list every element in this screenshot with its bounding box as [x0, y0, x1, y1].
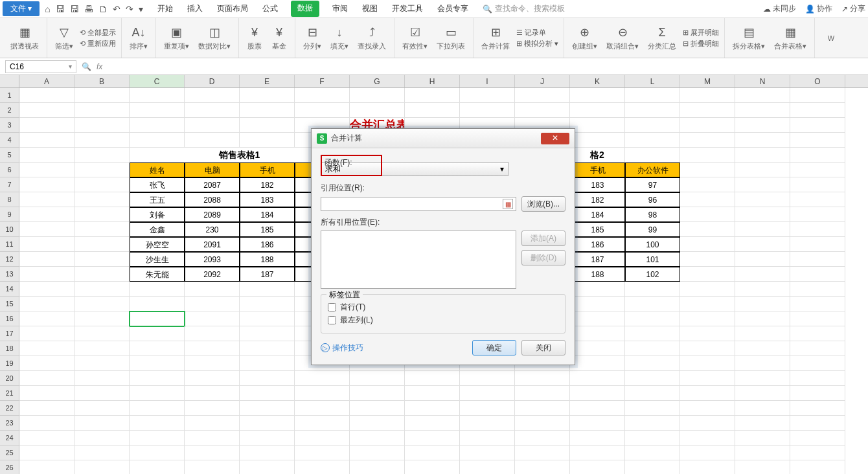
cell[interactable]	[790, 401, 845, 416]
cell[interactable]: 王五	[130, 192, 185, 207]
cell[interactable]	[130, 356, 185, 371]
cell[interactable]	[74, 297, 130, 311]
cell[interactable]	[735, 297, 790, 311]
cell[interactable]: 101	[625, 252, 680, 267]
row-header[interactable]: 2	[0, 103, 19, 118]
cell[interactable]: 230	[185, 222, 240, 237]
cell[interactable]	[570, 446, 625, 460]
cell[interactable]	[625, 446, 680, 460]
cell[interactable]	[130, 416, 185, 431]
row-header[interactable]: 20	[0, 371, 19, 386]
cell[interactable]	[735, 326, 790, 341]
cell[interactable]	[74, 267, 130, 282]
cell[interactable]	[185, 446, 240, 460]
cell[interactable]	[625, 371, 680, 386]
row-header[interactable]: 19	[0, 356, 19, 371]
cell[interactable]	[240, 103, 295, 118]
cell[interactable]	[19, 371, 74, 386]
cell[interactable]	[625, 431, 680, 446]
cell[interactable]	[350, 371, 405, 386]
cell[interactable]: 184	[570, 207, 625, 222]
col-header-F[interactable]: F	[295, 75, 350, 87]
row-header[interactable]: 23	[0, 416, 19, 431]
cell[interactable]	[295, 401, 350, 416]
cell[interactable]	[185, 386, 240, 401]
cell[interactable]	[19, 177, 74, 192]
cell[interactable]	[460, 460, 515, 474]
cell[interactable]	[625, 148, 680, 163]
cell[interactable]	[680, 282, 735, 297]
row-header[interactable]: 18	[0, 341, 19, 356]
show-detail-button[interactable]: ⊞ 展开明细	[683, 28, 719, 38]
cell[interactable]	[790, 326, 845, 341]
cell[interactable]	[570, 371, 625, 386]
cell[interactable]	[350, 386, 405, 401]
cell[interactable]	[735, 252, 790, 267]
cell[interactable]	[74, 446, 130, 460]
fund-button[interactable]: ¥基金	[269, 23, 290, 52]
cell[interactable]: 2091	[185, 237, 240, 252]
cell[interactable]	[790, 460, 845, 474]
data-compare-button[interactable]: ◫数据对比▾	[196, 23, 233, 52]
cell[interactable]	[19, 446, 74, 460]
left-col-checkbox[interactable]: 最左列(L)	[328, 315, 558, 326]
cell[interactable]	[185, 103, 240, 118]
cell[interactable]	[19, 401, 74, 416]
cell[interactable]	[570, 431, 625, 446]
dropdown-button[interactable]: ▭下拉列表	[434, 23, 468, 52]
col-header-J[interactable]: J	[515, 75, 570, 87]
cell[interactable]	[405, 416, 460, 431]
cell[interactable]: 2093	[185, 252, 240, 267]
cell[interactable]	[240, 88, 295, 103]
cell[interactable]	[680, 341, 735, 356]
cell[interactable]	[680, 163, 735, 177]
duplicates-button[interactable]: ▣重复项▾	[161, 23, 192, 52]
dialog-titlebar[interactable]: S 合并计算 ✕	[312, 129, 575, 148]
cell[interactable]	[625, 460, 680, 474]
cell[interactable]	[790, 133, 845, 148]
cell[interactable]	[74, 192, 130, 207]
cell[interactable]	[240, 311, 295, 326]
cell[interactable]	[570, 341, 625, 356]
cell[interactable]	[185, 282, 240, 297]
cell[interactable]	[625, 311, 680, 326]
cell[interactable]: 187	[570, 252, 625, 267]
cell[interactable]	[625, 103, 680, 118]
cell[interactable]: 184	[240, 207, 295, 222]
cell[interactable]	[185, 401, 240, 416]
cell[interactable]	[680, 222, 735, 237]
cell[interactable]	[19, 311, 74, 326]
cell[interactable]	[19, 192, 74, 207]
select-all-corner[interactable]	[0, 75, 19, 87]
cell[interactable]	[74, 148, 130, 163]
row-header[interactable]: 15	[0, 297, 19, 311]
cell[interactable]	[570, 386, 625, 401]
cell[interactable]	[680, 311, 735, 326]
cell[interactable]	[735, 207, 790, 222]
find-input-button[interactable]: ⤴查找录入	[355, 23, 389, 52]
cell[interactable]	[19, 103, 74, 118]
cell[interactable]	[735, 163, 790, 177]
cell[interactable]	[735, 148, 790, 163]
cell[interactable]	[790, 282, 845, 297]
cell[interactable]	[240, 297, 295, 311]
cell[interactable]	[130, 118, 185, 133]
cell[interactable]	[460, 416, 515, 431]
cell[interactable]	[350, 416, 405, 431]
row-header[interactable]: 4	[0, 133, 19, 148]
col-header-O[interactable]: O	[790, 75, 845, 87]
qat-saveas-icon[interactable]: 🖫	[70, 4, 79, 14]
cell[interactable]	[570, 88, 625, 103]
cell[interactable]	[295, 103, 350, 118]
cell[interactable]	[19, 222, 74, 237]
cell[interactable]	[515, 103, 570, 118]
cell[interactable]	[74, 177, 130, 192]
cell[interactable]: 187	[240, 267, 295, 282]
cell[interactable]	[790, 237, 845, 252]
qat-preview-icon[interactable]: 🗋	[98, 4, 108, 14]
tab-formula[interactable]: 公式	[261, 1, 279, 17]
cell[interactable]	[680, 103, 735, 118]
cell[interactable]	[130, 341, 185, 356]
cell[interactable]: 姓名	[130, 163, 185, 177]
cell[interactable]	[185, 371, 240, 386]
